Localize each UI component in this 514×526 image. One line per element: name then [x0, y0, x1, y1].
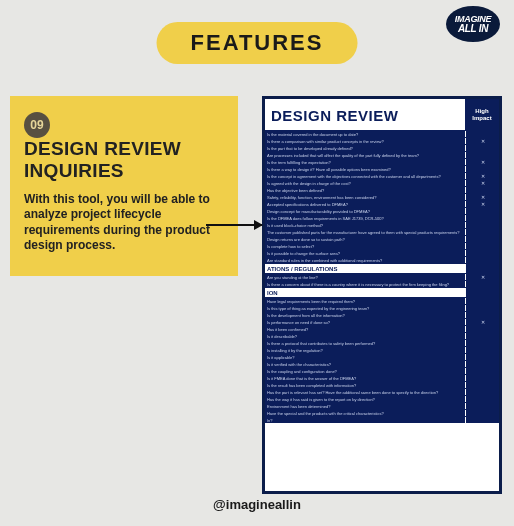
table-row: Are processes included that will affect …	[265, 151, 499, 158]
row-text: Has the way it has said is given to the …	[265, 396, 465, 402]
row-text: In?	[265, 417, 465, 423]
row-mark	[465, 347, 499, 353]
social-handle: @imagineallin	[0, 497, 514, 512]
row-mark	[465, 152, 499, 158]
row-mark	[465, 312, 499, 318]
features-heading: FEATURES	[157, 22, 358, 64]
row-mark	[465, 340, 499, 346]
section-label: ATIONS / REGULATIONS	[265, 264, 465, 273]
row-mark	[465, 281, 499, 287]
table-row: Is there a comparison with similar produ…	[265, 137, 499, 144]
row-text: Is this type of thing as expected by the…	[265, 305, 465, 311]
row-mark	[465, 396, 499, 402]
row-mark	[465, 229, 499, 235]
pointer-arrow-icon	[206, 224, 262, 226]
row-text: Is it verified with the characteristics?	[265, 361, 465, 367]
row-text: Design returns are done so to sustain pa…	[265, 236, 465, 242]
feature-title: DESIGN REVIEW INQUIRIES	[24, 138, 194, 182]
table-row: Is the coupling and configuration done?	[265, 367, 499, 374]
section-mark	[465, 288, 499, 297]
table-row: Is the concept in agreement with the obj…	[265, 172, 499, 179]
row-text: Is there a concern about if there is a c…	[265, 281, 465, 287]
row-text: Is there a way to design it? Have all po…	[265, 166, 465, 172]
table-row: Is the term fulfilling the expectation?✕	[265, 158, 499, 165]
row-mark	[465, 298, 499, 304]
table-row: Is complete how to select?	[265, 242, 499, 249]
row-mark	[465, 361, 499, 367]
row-text: Is agreed with the design in charge of t…	[265, 180, 465, 186]
row-text: Is there a comparison with similar produ…	[265, 138, 465, 144]
row-mark	[465, 215, 499, 221]
row-mark	[465, 236, 499, 242]
section-label: ION	[265, 288, 465, 297]
table-row: Is it applicable?	[265, 353, 499, 360]
section-header-row: ION	[265, 287, 499, 297]
row-mark	[465, 257, 499, 263]
table-row: Has the part is relevant has set? Have t…	[265, 388, 499, 395]
table-row: Is the result has been completed with in…	[265, 381, 499, 388]
row-mark	[465, 389, 499, 395]
table-row: Is installing it by the regulation?	[265, 346, 499, 353]
feature-card: 09 DESIGN REVIEW INQUIRIES With this too…	[10, 96, 238, 276]
row-mark	[465, 250, 499, 256]
row-mark	[465, 403, 499, 409]
table-row: Is it FMEA done that is the answer of th…	[265, 374, 499, 381]
row-text: Has the part is relevant has set? Have t…	[265, 389, 465, 395]
table-row: Is the material covered in the document …	[265, 130, 499, 137]
section-header-row: ATIONS / REGULATIONS	[265, 263, 499, 273]
row-text: Accepted specifications delivered to DFM…	[265, 201, 465, 207]
row-text: Is it used block-choice method?	[265, 222, 465, 228]
row-mark: ✕	[465, 173, 499, 179]
row-text: Is the term fulfilling the expectation?	[265, 159, 465, 165]
row-mark: ✕	[465, 194, 499, 200]
row-mark	[465, 305, 499, 311]
table-row: Is there a protocol that contributes to …	[265, 339, 499, 346]
document-header: DESIGN REVIEW High Impact	[265, 99, 499, 130]
row-mark	[465, 326, 499, 332]
row-mark	[465, 243, 499, 249]
row-text: Is the coupling and configuration done?	[265, 368, 465, 374]
row-mark	[465, 333, 499, 339]
row-text: Is it FMEA done that is the answer of th…	[265, 375, 465, 381]
row-text: Is the development from all the informat…	[265, 312, 465, 318]
table-row: Is there a way to design it? Have all po…	[265, 165, 499, 172]
row-text: The customer published parts for the man…	[265, 229, 465, 235]
row-text: Has it been confirmed?	[265, 326, 465, 332]
table-row: Is the DFMEA does follow requirements in…	[265, 214, 499, 221]
row-mark: ✕	[465, 319, 499, 325]
table-row: Is it used block-choice method?	[265, 221, 499, 228]
row-mark	[465, 354, 499, 360]
row-text: Safety, reliability, function, environme…	[265, 194, 465, 200]
row-mark	[465, 208, 499, 214]
row-text: Is it applicable?	[265, 354, 465, 360]
row-text: Is complete how to select?	[265, 243, 465, 249]
table-row: Is performance on need if done so?✕	[265, 318, 499, 325]
table-row: Is this type of thing as expected by the…	[265, 304, 499, 311]
logo-line2: ALL IN	[458, 24, 488, 34]
row-text: Is the concept in agreement with the obj…	[265, 173, 465, 179]
row-mark	[465, 131, 499, 137]
table-row: Has it been confirmed?	[265, 325, 499, 332]
table-row: Is there a concern about if there is a c…	[265, 280, 499, 287]
row-text: Is performance on need if done so?	[265, 319, 465, 325]
table-row: Are you standing at the line?✕	[265, 273, 499, 280]
table-row: Environment has been determined?	[265, 402, 499, 409]
row-text: Is installing it by the regulation?	[265, 347, 465, 353]
impact-header-line2: Impact	[472, 115, 491, 122]
table-row: Are standard rules in the combined with …	[265, 256, 499, 263]
table-row: Has the objective been defined?	[265, 186, 499, 193]
table-row: Is the development from all the informat…	[265, 311, 499, 318]
row-text: Are you standing at the line?	[265, 274, 465, 280]
row-text: Is there a protocol that contributes to …	[265, 340, 465, 346]
section-mark	[465, 264, 499, 273]
brand-logo: IMAGINE ALL IN	[446, 6, 500, 42]
row-mark	[465, 417, 499, 423]
row-text: Is the material covered in the document …	[265, 131, 465, 137]
table-row: Design concept for manufacturability pro…	[265, 207, 499, 214]
row-text: Have the special and the products with t…	[265, 410, 465, 416]
row-mark: ✕	[465, 180, 499, 186]
feature-description: With this tool, you will be able to anal…	[24, 192, 224, 254]
row-text: Are processes included that will affect …	[265, 152, 465, 158]
table-row: Is it possible to change the surface are…	[265, 249, 499, 256]
document-preview: DESIGN REVIEW High Impact Is the materia…	[262, 96, 502, 494]
